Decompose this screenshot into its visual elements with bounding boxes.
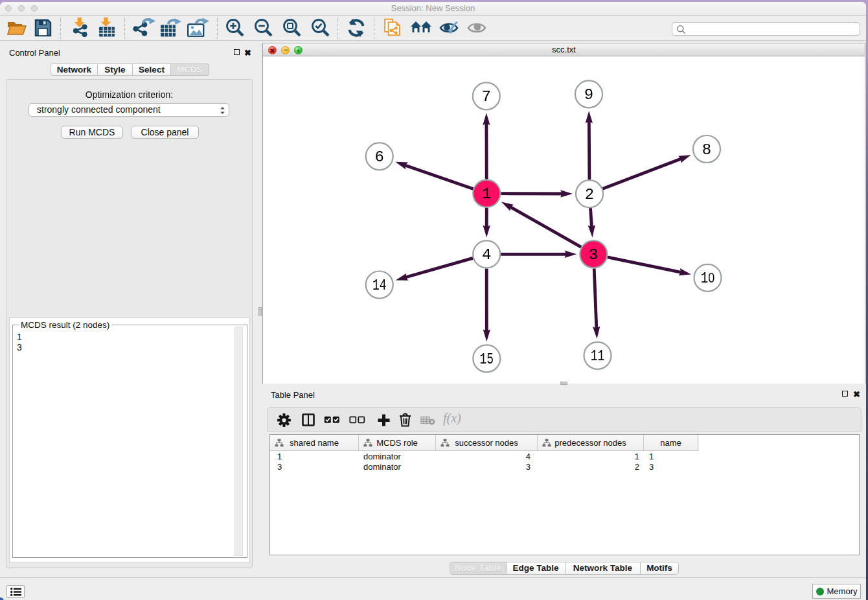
svg-text:2: 2 (585, 186, 594, 203)
svg-text:9: 9 (584, 86, 593, 104)
svg-text:15: 15 (480, 351, 494, 368)
svg-text:14: 14 (372, 277, 387, 294)
svg-text:1: 1 (482, 185, 491, 203)
svg-text:7: 7 (482, 88, 491, 106)
svg-text:10: 10 (701, 270, 715, 287)
svg-text:4: 4 (482, 246, 491, 264)
svg-text:8: 8 (702, 141, 711, 159)
svg-text:11: 11 (591, 347, 605, 365)
svg-text:6: 6 (374, 148, 383, 166)
svg-text:3: 3 (589, 246, 598, 264)
